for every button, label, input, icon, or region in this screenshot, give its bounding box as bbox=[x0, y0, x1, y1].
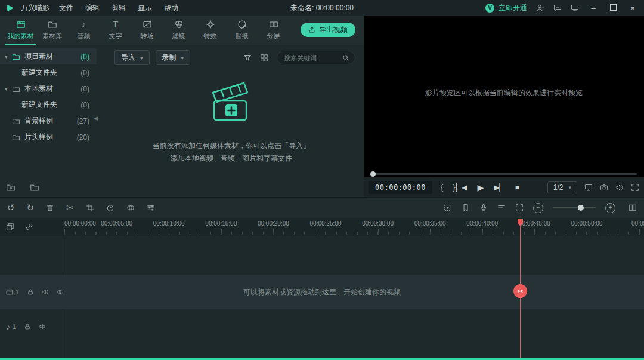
menu-edit[interactable]: 编辑 bbox=[85, 3, 100, 13]
menu-help[interactable]: 帮助 bbox=[164, 3, 178, 13]
mute-track-icon[interactable] bbox=[42, 288, 49, 296]
close-button[interactable]: × bbox=[627, 4, 638, 13]
video-track[interactable]: 1 可以将素材或资源拖动到这里，开始创建你的视频 bbox=[0, 275, 644, 309]
edit-tools: ↺ ↻ ✂ bbox=[7, 203, 155, 213]
export-video-button[interactable]: 导出视频 bbox=[301, 23, 355, 37]
grid-view-icon[interactable] bbox=[260, 54, 268, 62]
feedback-icon[interactable] bbox=[553, 4, 562, 12]
mute-track-icon[interactable] bbox=[39, 323, 46, 330]
time-ruler[interactable]: 00:00:00:00 00:00:05:00 00:00:10:00 00:0… bbox=[64, 218, 644, 236]
empty-hint-line1: 当前没有添加任何媒体素材，你可以点击「导入」 bbox=[99, 141, 364, 151]
tree-item-project-media[interactable]: ▾ 项目素材 (0) bbox=[0, 48, 97, 64]
menu-file[interactable]: 文件 bbox=[59, 3, 73, 13]
caret-down-icon[interactable]: ▾ bbox=[5, 54, 12, 60]
manage-tracks-icon[interactable] bbox=[6, 223, 14, 231]
tab-stickers[interactable]: 贴纸 bbox=[226, 16, 258, 45]
scissors-icon: ✂ bbox=[517, 287, 523, 296]
delete-folder-button[interactable] bbox=[30, 183, 39, 192]
tab-label: 滤镜 bbox=[172, 32, 185, 41]
marker-button[interactable] bbox=[462, 204, 470, 212]
tab-label: 贴纸 bbox=[236, 32, 249, 41]
split-scissors-button[interactable]: ✂ bbox=[66, 203, 74, 213]
import-label: 导入 bbox=[121, 53, 135, 63]
audio-track-header[interactable]: ♪ 1 bbox=[6, 318, 46, 335]
upgrade-link[interactable]: 立即开通 bbox=[499, 3, 527, 13]
new-folder-button[interactable] bbox=[6, 183, 16, 192]
track-manager-button[interactable] bbox=[497, 204, 506, 212]
clapperboard-illustration bbox=[206, 78, 257, 124]
color-correction-button[interactable] bbox=[126, 204, 135, 212]
tree-item-new-folder-1[interactable]: 新建文件夹 (0) bbox=[0, 64, 97, 81]
media-content: 导入 ▾ 录制 ▾ bbox=[99, 45, 364, 197]
adjust-button[interactable] bbox=[147, 204, 155, 212]
mark-in-icon[interactable]: { bbox=[441, 183, 443, 192]
lock-track-icon[interactable] bbox=[27, 288, 34, 296]
account-icon[interactable] bbox=[536, 4, 544, 12]
vip-badge-icon[interactable]: V bbox=[485, 4, 494, 13]
export-icon bbox=[308, 26, 315, 33]
tab-filters[interactable]: 滤镜 bbox=[163, 16, 194, 45]
hide-track-icon[interactable] bbox=[57, 288, 64, 296]
link-clips-icon[interactable] bbox=[25, 223, 33, 231]
current-timecode[interactable]: 00:00:00:00 bbox=[369, 181, 432, 194]
folder-icon bbox=[12, 117, 20, 125]
menu-clip[interactable]: 剪辑 bbox=[112, 3, 126, 13]
crop-button[interactable] bbox=[86, 204, 94, 212]
empty-hint-line2: 添加本地视频、音频、图片和字幕文件 bbox=[99, 153, 364, 164]
minimize-button[interactable]: – bbox=[588, 4, 599, 13]
collapse-panel-handle[interactable]: ◀ bbox=[94, 115, 98, 121]
zoom-in-button[interactable]: + bbox=[605, 203, 615, 213]
tab-effects[interactable]: 特效 bbox=[194, 16, 226, 45]
timeline-toolbar: ↺ ↻ ✂ − + bbox=[0, 197, 644, 218]
tree-item-intro-samples[interactable]: 片头样例 (20) bbox=[0, 129, 97, 145]
fullscreen-icon[interactable] bbox=[631, 183, 639, 192]
tab-transitions[interactable]: 转场 bbox=[131, 16, 163, 45]
play-button[interactable]: ▶ bbox=[477, 183, 484, 192]
playback-quality-dropdown[interactable]: 1/2 ▾ bbox=[547, 181, 577, 193]
previous-frame-button[interactable]: ▏◀ bbox=[456, 183, 467, 192]
tree-item-background-samples[interactable]: 背景样例 (27) bbox=[0, 113, 97, 129]
caret-down-icon[interactable]: ▾ bbox=[5, 86, 12, 92]
tab-text[interactable]: T 文字 bbox=[100, 16, 131, 45]
import-button[interactable]: 导入 ▾ bbox=[114, 50, 150, 65]
panel-layout-button[interactable] bbox=[628, 204, 637, 212]
render-preview-button[interactable] bbox=[444, 204, 452, 212]
search-icon[interactable] bbox=[342, 54, 349, 61]
tab-audio[interactable]: ♪ 音频 bbox=[68, 16, 100, 45]
redo-button[interactable]: ↻ bbox=[27, 203, 35, 213]
record-button[interactable]: 录制 ▾ bbox=[156, 50, 191, 65]
mark-out-icon[interactable]: } bbox=[453, 183, 455, 192]
split-at-playhead-button[interactable]: ✂ bbox=[513, 284, 527, 298]
maximize-button[interactable] bbox=[608, 4, 618, 13]
tab-stock-library[interactable]: 素材库 bbox=[36, 16, 68, 45]
snapshot-icon[interactable] bbox=[600, 183, 608, 192]
volume-icon[interactable] bbox=[615, 183, 624, 192]
preview-scrubber[interactable] bbox=[371, 173, 637, 175]
menu-view[interactable]: 显示 bbox=[138, 3, 152, 13]
tab-my-media[interactable]: 我的素材 bbox=[5, 16, 36, 45]
lock-track-icon[interactable] bbox=[24, 323, 31, 330]
zoom-slider-handle[interactable] bbox=[578, 205, 584, 211]
tab-split-screen[interactable]: 分屏 bbox=[258, 16, 289, 45]
filter-funnel-icon[interactable] bbox=[243, 54, 252, 62]
tree-item-local-media[interactable]: ▾ 本地素材 (0) bbox=[0, 81, 97, 97]
tree-item-new-folder-2[interactable]: 新建文件夹 (0) bbox=[0, 97, 97, 113]
undo-button[interactable]: ↺ bbox=[7, 203, 15, 213]
workspace-icon[interactable] bbox=[571, 4, 579, 12]
delete-button[interactable] bbox=[46, 204, 54, 212]
timeline-tracks[interactable]: 1 可以将素材或资源拖动到这里，开始创建你的视频 ♪ 1 bbox=[0, 236, 644, 358]
scrubber-handle[interactable] bbox=[370, 171, 376, 177]
timeline-zoom-slider[interactable] bbox=[553, 207, 596, 208]
display-device-icon[interactable] bbox=[584, 183, 593, 192]
next-frame-button[interactable]: ▶▏ bbox=[494, 183, 504, 192]
media-tabbar: 我的素材 素材库 ♪ 音频 T 文字 转场 bbox=[0, 16, 364, 45]
speed-button[interactable] bbox=[106, 204, 114, 212]
fit-timeline-button[interactable] bbox=[515, 204, 524, 212]
sparkle-icon bbox=[206, 20, 215, 29]
zoom-out-button[interactable]: − bbox=[533, 203, 543, 213]
search-input[interactable] bbox=[283, 54, 339, 62]
media-folder-tree: ▾ 项目素材 (0) 新建文件夹 (0) ▾ 本地素材 (0) bbox=[0, 48, 97, 145]
voiceover-mic-button[interactable] bbox=[479, 204, 488, 212]
stop-button[interactable]: ■ bbox=[515, 183, 519, 192]
transition-icon bbox=[143, 20, 152, 29]
